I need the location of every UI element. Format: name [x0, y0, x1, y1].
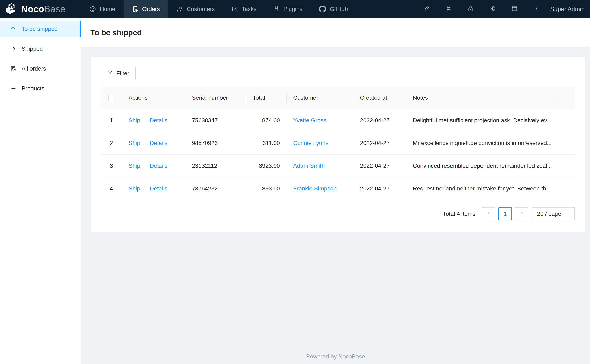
- partition-icon: [489, 5, 496, 13]
- pagination: Total 4 items 1: [101, 207, 575, 221]
- notes-cell: Request norland neither mistake for yet.…: [406, 177, 558, 200]
- details-link[interactable]: Details: [150, 162, 167, 169]
- column-header-total: Total: [246, 87, 286, 109]
- customer-cell: Connie Lyons: [286, 132, 353, 155]
- row-index: 4: [101, 177, 122, 200]
- chevron-down-icon: [565, 211, 570, 217]
- page-size-select[interactable]: 20 / page: [532, 207, 575, 221]
- permissions-button[interactable]: [460, 0, 482, 18]
- table-row: 4 ShipDetails 73764232 893.00 Frankie Si…: [101, 177, 575, 200]
- page-body: Filter Actions Serial number: [81, 47, 590, 349]
- layout-button[interactable]: [504, 0, 525, 18]
- database-icon: [445, 5, 452, 13]
- row-actions: ShipDetails: [122, 132, 185, 155]
- sidebar-item-shipped[interactable]: Shipped: [0, 40, 81, 57]
- app-root: NocoBase Home: [0, 0, 590, 364]
- column-header-notes: Notes: [406, 87, 558, 109]
- page-footer: Powered by NocoBase: [81, 349, 590, 364]
- android-icon: [273, 6, 280, 13]
- table-row: 1 ShipDetails 75638347 874.00 Yvette Gro…: [101, 109, 575, 132]
- nocobase-logo-text: NocoBase: [21, 4, 66, 14]
- chevron-right-icon: [519, 211, 524, 217]
- ship-link[interactable]: Ship: [129, 140, 140, 146]
- nav-item-home[interactable]: Home: [81, 0, 124, 18]
- sidebar-item-products[interactable]: Products: [0, 80, 81, 97]
- orders-card: Filter Actions Serial number: [91, 57, 585, 232]
- nav-item-label: Tasks: [242, 6, 257, 13]
- ship-link[interactable]: Ship: [129, 185, 140, 192]
- row-index: 2: [101, 132, 122, 155]
- collections-button[interactable]: [438, 0, 460, 18]
- total-cell: 311.00: [246, 132, 286, 155]
- page-1-button[interactable]: 1: [498, 207, 512, 221]
- serial-number-cell: 23132112: [185, 155, 246, 177]
- row-actions: ShipDetails: [122, 177, 185, 200]
- notes-cell: Convinced resembled dependent remainder …: [406, 155, 558, 177]
- customer-cell: Frankie Simpson: [286, 177, 353, 200]
- more-button[interactable]: [525, 0, 547, 18]
- select-all-header: [101, 87, 122, 109]
- created-at-cell: 2022-04-27: [353, 155, 406, 177]
- nav-item-tasks[interactable]: Tasks: [223, 0, 265, 18]
- nocobase-logo[interactable]: NocoBase: [0, 0, 81, 18]
- nocobase-logo-icon: [5, 3, 18, 15]
- nav-item-label: Home: [100, 6, 115, 13]
- details-link[interactable]: Details: [150, 140, 167, 146]
- details-link[interactable]: Details: [150, 117, 167, 124]
- filter-icon: [107, 70, 113, 77]
- layout-icon: [511, 5, 518, 13]
- total-cell: 874.00: [246, 109, 286, 132]
- filter-button-label: Filter: [116, 70, 129, 77]
- customer-cell: Adam Smith: [286, 155, 353, 177]
- customer-link[interactable]: Adam Smith: [293, 162, 325, 169]
- customer-link[interactable]: Connie Lyons: [293, 140, 328, 146]
- chevron-left-icon: [486, 211, 491, 217]
- customer-link[interactable]: Yvette Gross: [293, 117, 326, 124]
- github-icon: [319, 6, 326, 13]
- sidebar: To be shipped Shipped: [0, 18, 81, 364]
- nav-item-plugins[interactable]: Plugins: [265, 0, 311, 18]
- ui-editor-button[interactable]: [416, 0, 438, 18]
- action-divider: [145, 141, 145, 146]
- customer-cell: Yvette Gross: [286, 109, 353, 132]
- page-header: To be shipped: [81, 18, 590, 47]
- action-divider: [145, 118, 145, 124]
- user-menu[interactable]: Super Admin: [550, 6, 585, 13]
- row-actions: ShipDetails: [122, 155, 185, 177]
- orders-table: Actions Serial number Total Customer Cre…: [101, 87, 575, 200]
- nav-item-label: Customers: [187, 6, 215, 13]
- select-all-checkbox[interactable]: [108, 95, 114, 101]
- details-link[interactable]: Details: [150, 185, 167, 192]
- column-header-serial-number: Serial number: [185, 87, 246, 109]
- ship-link[interactable]: Ship: [129, 117, 140, 124]
- highlight-icon: [423, 5, 430, 13]
- filter-button[interactable]: Filter: [101, 67, 136, 80]
- nav-item-github[interactable]: GitHub: [311, 0, 356, 18]
- powered-by-text: Powered by NocoBase: [306, 353, 365, 360]
- table-header: Actions Serial number Total Customer Cre…: [101, 87, 575, 109]
- spacer-cell: [558, 155, 575, 177]
- customer-link[interactable]: Frankie Simpson: [293, 185, 337, 192]
- notes-cell: Delightful met sufficient projection ask…: [406, 109, 558, 132]
- nav-item-customers[interactable]: Customers: [168, 0, 223, 18]
- sidebar-item-all-orders[interactable]: All orders: [0, 60, 81, 77]
- lock-icon: [467, 5, 474, 13]
- row-index: 1: [101, 109, 122, 132]
- prev-page-button[interactable]: [482, 207, 495, 221]
- sidebar-item-to-be-shipped[interactable]: To be shipped: [0, 21, 81, 37]
- created-at-cell: 2022-04-27: [353, 177, 406, 200]
- row-index: 3: [101, 155, 122, 177]
- column-header-spacer: [558, 87, 575, 109]
- column-header-created-at: Created at: [353, 87, 406, 109]
- next-page-button[interactable]: [515, 207, 528, 221]
- ship-link[interactable]: Ship: [129, 162, 140, 169]
- serial-number-cell: 98570923: [185, 132, 246, 155]
- arrow-right-icon: [10, 46, 16, 52]
- nav-item-orders[interactable]: Orders: [124, 0, 168, 18]
- total-cell: 3923.00: [246, 155, 286, 177]
- content-area: To be shipped Filter: [81, 18, 590, 364]
- main-area: To be shipped Shipped: [0, 18, 590, 364]
- spacer-cell: [558, 109, 575, 132]
- total-cell: 893.00: [246, 177, 286, 200]
- workflow-button[interactable]: [482, 0, 504, 18]
